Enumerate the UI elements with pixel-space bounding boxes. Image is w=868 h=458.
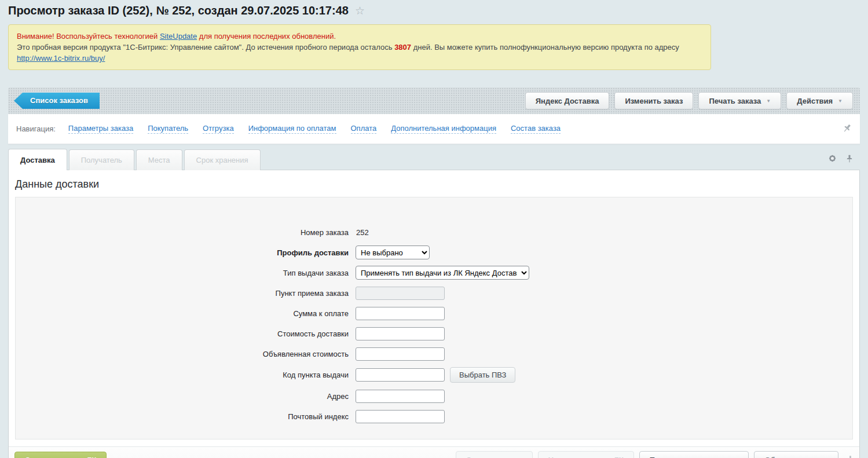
- trial-text-middle: дней. Вы можете купить полнофункциональн…: [411, 43, 679, 52]
- form-row-pickup-type: Тип выдачи заказаПрименять тип выдачи из…: [16, 266, 852, 280]
- toolbar-button-label: Яндекс Доставка: [536, 97, 599, 105]
- field-label-payment-amount: Сумма к оплате: [16, 309, 353, 318]
- notice-warning-suffix: для получения последних обновлений.: [197, 32, 336, 41]
- input-declared-value[interactable]: [356, 347, 445, 361]
- favorite-star-icon[interactable]: ☆: [355, 4, 365, 17]
- form-row-order-intake-point: Пункт приема заказа: [16, 286, 852, 300]
- nav-link-1[interactable]: Параметры заказа: [68, 124, 133, 134]
- toolbar-button-4[interactable]: Действия▼: [786, 92, 853, 109]
- field-label-order-number: Номер заказа: [16, 228, 353, 237]
- nav-link-5[interactable]: Оплата: [351, 124, 377, 134]
- field-value-order-number: 252: [353, 228, 369, 237]
- toolbar-button-2[interactable]: Изменить заказ: [614, 92, 693, 109]
- tab-strip-icons: [828, 154, 860, 170]
- field-label-delivery-cost: Стоимость доставки: [16, 329, 353, 338]
- footer-button-group: Отозвать заказУдалить заказ из ЛКПересчи…: [456, 451, 854, 458]
- nav-link-6[interactable]: Дополнительная информация: [391, 124, 496, 134]
- form-row-delivery-profile: Профиль доставкиНе выбрано: [16, 246, 852, 259]
- toolbar-button-label: Печать заказа: [709, 97, 761, 105]
- notice-warning-text: Внимание! Воспользуйтесь технологией: [17, 32, 160, 41]
- create-order-lk-button[interactable]: Создать заказ в ЛК: [14, 452, 107, 458]
- page-header: Просмотр заказа ID (252), № 252, создан …: [8, 0, 860, 17]
- footer-button-1: Отозвать заказ: [456, 451, 533, 458]
- order-list-button[interactable]: Список заказов: [14, 93, 100, 109]
- field-label-pickup-type: Тип выдачи заказа: [16, 269, 353, 277]
- navigation-links: Параметры заказаПокупательОтгрузкаИнформ…: [68, 124, 843, 134]
- nav-link-4[interactable]: Информация по оплатам: [248, 124, 336, 134]
- notice-line-1: Внимание! Воспользуйтесь технологией Sit…: [17, 31, 702, 42]
- input-address[interactable]: [356, 390, 445, 403]
- field-label-pickup-point-code: Код пункта выдачи: [16, 371, 353, 379]
- tab-strip: ДоставкаПолучательМестаСрок хранения: [8, 149, 860, 170]
- field-label-postal-code: Почтовый индекс: [16, 412, 353, 421]
- footer-button-3[interactable]: Пересчитать стоимость: [639, 451, 749, 458]
- choose-pvz-button[interactable]: Выбрать ПВЗ: [450, 367, 515, 383]
- form-row-declared-value: Объявленная стоимость: [16, 347, 852, 361]
- pin-icon[interactable]: [847, 455, 854, 458]
- footer-button-2: Удалить заказ из ЛК: [538, 451, 634, 458]
- chevron-down-icon: ▼: [766, 98, 771, 104]
- form-row-pickup-point-code: Код пункта выдачиВыбрать ПВЗ: [16, 367, 852, 383]
- buy-link[interactable]: http://www.1c-bitrix.ru/buy/: [17, 54, 105, 63]
- select-delivery-profile[interactable]: Не выбрано: [356, 246, 430, 259]
- field-label-order-intake-point: Пункт приема заказа: [16, 289, 353, 298]
- form-row-delivery-cost: Стоимость доставки: [16, 327, 852, 340]
- trial-text: Это пробная версия продукта "1С-Битрикс:…: [17, 43, 394, 52]
- nav-link-7[interactable]: Состав заказа: [511, 124, 561, 134]
- settings-gear-icon[interactable]: [828, 154, 837, 164]
- nav-link-3[interactable]: Отгрузка: [203, 124, 234, 134]
- order-detail-content: Данные доставки Номер заказа252Профиль д…: [8, 170, 860, 458]
- input-pickup-point-code[interactable]: [356, 368, 445, 382]
- select-pickup-type[interactable]: Применять тип выдачи из ЛК Яндекс Достав…: [356, 266, 529, 280]
- input-order-intake-point: [356, 287, 445, 300]
- navigation-label: Навигация:: [16, 124, 56, 133]
- notice-line-2: Это пробная версия продукта "1С-Битрикс:…: [17, 42, 702, 64]
- footer-button-4[interactable]: Обновить статус: [754, 451, 838, 458]
- field-label-address: Адрес: [16, 392, 353, 401]
- toolbar-button-label: Изменить заказ: [625, 97, 683, 105]
- siteupdate-link[interactable]: SiteUpdate: [160, 32, 197, 41]
- toolbar-button-3[interactable]: Печать заказа▼: [698, 92, 781, 109]
- field-label-declared-value: Объявленная стоимость: [16, 350, 353, 358]
- input-postal-code[interactable]: [356, 410, 445, 423]
- form-row-address: Адрес: [16, 389, 852, 403]
- trial-notice-banner: Внимание! Воспользуйтесь технологией Sit…: [8, 24, 711, 70]
- tab-4: Срок хранения: [184, 149, 261, 170]
- input-payment-amount[interactable]: [356, 307, 445, 320]
- section-heading: Данные доставки: [9, 170, 859, 197]
- tab-2: Получатель: [69, 149, 134, 170]
- tab-1[interactable]: Доставка: [8, 149, 67, 170]
- delivery-data-panel: Номер заказа252Профиль доставкиНе выбран…: [15, 197, 853, 439]
- navigation-bar: Навигация: Параметры заказаПокупательОтг…: [8, 114, 860, 144]
- action-footer: Создать заказ в ЛК Отозвать заказУдалить…: [9, 446, 859, 458]
- form-row-order-number: Номер заказа252: [16, 225, 852, 239]
- order-toolbar: Список заказов Яндекс ДоставкаИзменить з…: [8, 87, 860, 114]
- field-label-delivery-profile: Профиль доставки: [16, 248, 353, 257]
- toolbar-button-1[interactable]: Яндекс Доставка: [525, 92, 610, 109]
- form-row-postal-code: Почтовый индекс: [16, 409, 852, 423]
- tab-3: Места: [136, 149, 182, 170]
- page-title: Просмотр заказа ID (252), № 252, создан …: [8, 4, 349, 17]
- pin-icon[interactable]: [846, 155, 853, 164]
- form-row-payment-amount: Сумма к оплате: [16, 306, 852, 320]
- days-remaining: 3807: [394, 43, 411, 52]
- chevron-down-icon: ▼: [838, 98, 843, 104]
- toolbar-button-label: Действия: [797, 97, 833, 105]
- toolbar-button-group: Яндекс ДоставкаИзменить заказПечать зака…: [525, 92, 853, 109]
- input-delivery-cost[interactable]: [356, 327, 445, 340]
- page: Просмотр заказа ID (252), № 252, создан …: [0, 0, 868, 458]
- nav-link-2[interactable]: Покупатель: [148, 124, 188, 134]
